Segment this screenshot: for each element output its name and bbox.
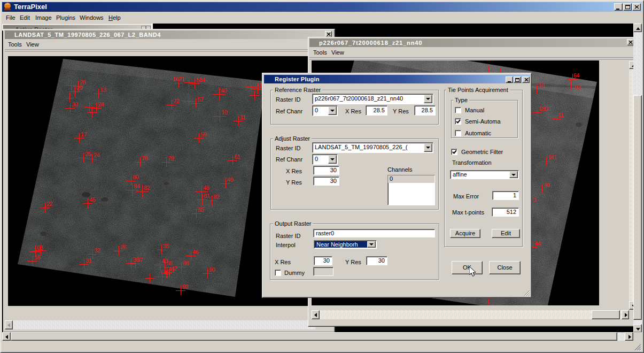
svg-text:57: 57 (197, 96, 204, 103)
svg-text:40: 40 (221, 87, 227, 94)
svg-text:35: 35 (163, 243, 169, 249)
svg-text:80: 80 (133, 174, 139, 180)
svg-text:44: 44 (534, 240, 541, 247)
svg-text:31: 31 (86, 257, 92, 264)
svg-text:48: 48 (203, 185, 210, 191)
svg-text:42: 42 (171, 265, 177, 272)
svg-text:61: 61 (234, 154, 240, 160)
svg-text:59: 59 (200, 131, 207, 137)
svg-text:88: 88 (183, 260, 189, 266)
svg-text:92: 92 (182, 283, 189, 290)
svg-text:10: 10 (538, 82, 545, 89)
svg-text:24: 24 (98, 101, 104, 108)
svg-text:43: 43 (164, 270, 170, 276)
svg-text:16: 16 (34, 254, 41, 260)
svg-text:13: 13 (100, 87, 106, 93)
svg-text:84: 84 (134, 183, 140, 189)
svg-text:10: 10 (221, 109, 228, 116)
svg-text:584: 584 (196, 76, 205, 83)
svg-text:64: 64 (573, 72, 580, 79)
svg-text:30: 30 (72, 101, 78, 108)
svg-text:180: 180 (539, 105, 548, 112)
svg-text:29: 29 (76, 85, 83, 91)
svg-text:11: 11 (240, 114, 246, 120)
svg-text:82: 82 (144, 185, 150, 191)
svg-text:25: 25 (85, 151, 91, 157)
svg-text:03: 03 (37, 244, 43, 251)
svg-text:17: 17 (81, 131, 87, 137)
svg-text:22: 22 (46, 201, 53, 207)
svg-text:32: 32 (94, 247, 100, 254)
svg-text:78: 78 (142, 155, 148, 162)
svg-text:79: 79 (168, 155, 174, 162)
svg-text:24: 24 (94, 152, 100, 158)
svg-text:37: 37 (137, 257, 143, 263)
svg-text:161: 161 (548, 154, 557, 160)
svg-text:93: 93 (575, 84, 581, 90)
svg-text:11: 11 (558, 112, 564, 118)
svg-text:1621: 1621 (173, 76, 185, 82)
svg-text:49: 49 (227, 176, 234, 183)
svg-text:45: 45 (89, 196, 96, 203)
svg-text:28: 28 (120, 244, 127, 250)
svg-text:82: 82 (213, 194, 220, 200)
svg-text:49: 49 (544, 182, 550, 188)
svg-text:81: 81 (204, 193, 210, 199)
svg-text:55: 55 (198, 206, 204, 213)
svg-text:90: 90 (209, 266, 215, 273)
svg-text:3: 3 (533, 197, 536, 203)
svg-text:46: 46 (192, 249, 199, 255)
svg-text:72: 72 (173, 98, 180, 104)
